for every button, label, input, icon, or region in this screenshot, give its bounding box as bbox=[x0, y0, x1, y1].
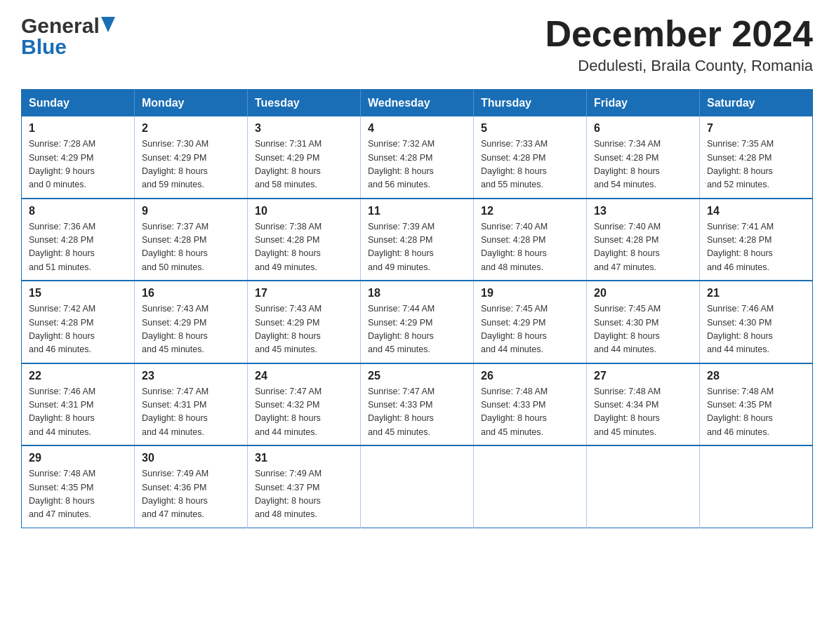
day-number: 7 bbox=[707, 122, 805, 135]
day-info: Sunrise: 7:46 AM Sunset: 4:31 PM Dayligh… bbox=[29, 385, 127, 440]
day-number: 6 bbox=[594, 122, 692, 135]
day-number: 10 bbox=[255, 205, 353, 217]
calendar-cell: 31 Sunrise: 7:49 AM Sunset: 4:37 PM Dayl… bbox=[248, 445, 361, 528]
calendar-cell: 20 Sunrise: 7:45 AM Sunset: 4:30 PM Dayl… bbox=[587, 281, 700, 363]
calendar-cell: 27 Sunrise: 7:48 AM Sunset: 4:34 PM Dayl… bbox=[587, 363, 700, 446]
calendar-cell: 22 Sunrise: 7:46 AM Sunset: 4:31 PM Dayl… bbox=[22, 363, 135, 446]
day-info: Sunrise: 7:32 AM Sunset: 4:28 PM Dayligh… bbox=[368, 137, 466, 192]
logo: General Blue bbox=[21, 14, 115, 59]
calendar-cell bbox=[474, 445, 587, 528]
day-number: 11 bbox=[368, 205, 466, 217]
calendar-cell: 3 Sunrise: 7:31 AM Sunset: 4:29 PM Dayli… bbox=[248, 116, 361, 199]
calendar-cell: 9 Sunrise: 7:37 AM Sunset: 4:28 PM Dayli… bbox=[135, 199, 248, 281]
day-of-week-monday: Monday bbox=[135, 90, 248, 117]
day-number: 25 bbox=[368, 370, 466, 382]
day-number: 15 bbox=[29, 287, 127, 300]
calendar-cell: 11 Sunrise: 7:39 AM Sunset: 4:28 PM Dayl… bbox=[361, 199, 474, 281]
calendar-cell bbox=[587, 445, 700, 528]
day-number: 21 bbox=[707, 287, 805, 300]
day-number: 18 bbox=[368, 287, 466, 300]
day-number: 5 bbox=[481, 122, 579, 135]
day-number: 29 bbox=[29, 452, 127, 464]
day-info: Sunrise: 7:37 AM Sunset: 4:28 PM Dayligh… bbox=[142, 220, 240, 275]
day-of-week-sunday: Sunday bbox=[22, 90, 135, 117]
day-info: Sunrise: 7:48 AM Sunset: 4:33 PM Dayligh… bbox=[481, 385, 579, 440]
logo-general-text: General bbox=[21, 14, 100, 38]
page-header: General Blue December 2024 Dedulesti, Br… bbox=[21, 14, 813, 75]
day-number: 12 bbox=[481, 205, 579, 217]
calendar-cell: 18 Sunrise: 7:44 AM Sunset: 4:29 PM Dayl… bbox=[361, 281, 474, 363]
logo-blue-text: Blue bbox=[21, 35, 67, 59]
day-info: Sunrise: 7:47 AM Sunset: 4:33 PM Dayligh… bbox=[368, 385, 466, 440]
calendar-cell: 28 Sunrise: 7:48 AM Sunset: 4:35 PM Dayl… bbox=[700, 363, 813, 446]
day-number: 4 bbox=[368, 122, 466, 135]
day-info: Sunrise: 7:38 AM Sunset: 4:28 PM Dayligh… bbox=[255, 220, 353, 275]
day-info: Sunrise: 7:48 AM Sunset: 4:34 PM Dayligh… bbox=[594, 385, 692, 440]
day-info: Sunrise: 7:33 AM Sunset: 4:28 PM Dayligh… bbox=[481, 137, 579, 192]
day-number: 8 bbox=[29, 205, 127, 217]
day-number: 17 bbox=[255, 287, 353, 300]
day-number: 24 bbox=[255, 370, 353, 382]
day-of-week-saturday: Saturday bbox=[700, 90, 813, 117]
calendar-cell: 24 Sunrise: 7:47 AM Sunset: 4:32 PM Dayl… bbox=[248, 363, 361, 446]
day-info: Sunrise: 7:48 AM Sunset: 4:35 PM Dayligh… bbox=[707, 385, 805, 440]
day-info: Sunrise: 7:31 AM Sunset: 4:29 PM Dayligh… bbox=[255, 137, 353, 192]
calendar-cell: 29 Sunrise: 7:48 AM Sunset: 4:35 PM Dayl… bbox=[22, 445, 135, 528]
day-info: Sunrise: 7:47 AM Sunset: 4:32 PM Dayligh… bbox=[255, 385, 353, 440]
month-title: December 2024 bbox=[545, 14, 813, 54]
location-text: Dedulesti, Braila County, Romania bbox=[545, 57, 813, 75]
calendar-cell: 15 Sunrise: 7:42 AM Sunset: 4:28 PM Dayl… bbox=[22, 281, 135, 363]
calendar-cell: 23 Sunrise: 7:47 AM Sunset: 4:31 PM Dayl… bbox=[135, 363, 248, 446]
calendar-week-row: 15 Sunrise: 7:42 AM Sunset: 4:28 PM Dayl… bbox=[22, 281, 813, 363]
calendar-cell: 8 Sunrise: 7:36 AM Sunset: 4:28 PM Dayli… bbox=[22, 199, 135, 281]
day-of-week-thursday: Thursday bbox=[474, 90, 587, 117]
calendar-cell: 6 Sunrise: 7:34 AM Sunset: 4:28 PM Dayli… bbox=[587, 116, 700, 199]
day-number: 9 bbox=[142, 205, 240, 217]
calendar-cell: 26 Sunrise: 7:48 AM Sunset: 4:33 PM Dayl… bbox=[474, 363, 587, 446]
day-info: Sunrise: 7:48 AM Sunset: 4:35 PM Dayligh… bbox=[29, 467, 127, 522]
calendar-cell: 25 Sunrise: 7:47 AM Sunset: 4:33 PM Dayl… bbox=[361, 363, 474, 446]
day-number: 26 bbox=[481, 370, 579, 382]
day-info: Sunrise: 7:30 AM Sunset: 4:29 PM Dayligh… bbox=[142, 137, 240, 192]
day-info: Sunrise: 7:28 AM Sunset: 4:29 PM Dayligh… bbox=[29, 137, 127, 192]
calendar-cell: 2 Sunrise: 7:30 AM Sunset: 4:29 PM Dayli… bbox=[135, 116, 248, 199]
calendar-week-row: 29 Sunrise: 7:48 AM Sunset: 4:35 PM Dayl… bbox=[22, 445, 813, 528]
day-info: Sunrise: 7:34 AM Sunset: 4:28 PM Dayligh… bbox=[594, 137, 692, 192]
day-number: 30 bbox=[142, 452, 240, 464]
calendar-cell: 5 Sunrise: 7:33 AM Sunset: 4:28 PM Dayli… bbox=[474, 116, 587, 199]
calendar-cell: 14 Sunrise: 7:41 AM Sunset: 4:28 PM Dayl… bbox=[700, 199, 813, 281]
day-info: Sunrise: 7:36 AM Sunset: 4:28 PM Dayligh… bbox=[29, 220, 127, 275]
day-info: Sunrise: 7:40 AM Sunset: 4:28 PM Dayligh… bbox=[481, 220, 579, 275]
calendar-cell bbox=[361, 445, 474, 528]
day-info: Sunrise: 7:46 AM Sunset: 4:30 PM Dayligh… bbox=[707, 302, 805, 357]
day-of-week-wednesday: Wednesday bbox=[361, 90, 474, 117]
day-info: Sunrise: 7:42 AM Sunset: 4:28 PM Dayligh… bbox=[29, 302, 127, 357]
logo-arrow-icon bbox=[101, 17, 115, 32]
calendar-cell: 19 Sunrise: 7:45 AM Sunset: 4:29 PM Dayl… bbox=[474, 281, 587, 363]
day-number: 16 bbox=[142, 287, 240, 300]
calendar-cell: 21 Sunrise: 7:46 AM Sunset: 4:30 PM Dayl… bbox=[700, 281, 813, 363]
day-info: Sunrise: 7:43 AM Sunset: 4:29 PM Dayligh… bbox=[255, 302, 353, 357]
day-info: Sunrise: 7:35 AM Sunset: 4:28 PM Dayligh… bbox=[707, 137, 805, 192]
day-number: 31 bbox=[255, 452, 353, 464]
day-info: Sunrise: 7:40 AM Sunset: 4:28 PM Dayligh… bbox=[594, 220, 692, 275]
day-of-week-tuesday: Tuesday bbox=[248, 90, 361, 117]
day-number: 19 bbox=[481, 287, 579, 300]
day-info: Sunrise: 7:39 AM Sunset: 4:28 PM Dayligh… bbox=[368, 220, 466, 275]
calendar-cell: 30 Sunrise: 7:49 AM Sunset: 4:36 PM Dayl… bbox=[135, 445, 248, 528]
day-info: Sunrise: 7:45 AM Sunset: 4:30 PM Dayligh… bbox=[594, 302, 692, 357]
svg-marker-0 bbox=[101, 17, 115, 32]
calendar-week-row: 1 Sunrise: 7:28 AM Sunset: 4:29 PM Dayli… bbox=[22, 116, 813, 199]
day-number: 14 bbox=[707, 205, 805, 217]
day-info: Sunrise: 7:49 AM Sunset: 4:37 PM Dayligh… bbox=[255, 467, 353, 522]
calendar-week-row: 22 Sunrise: 7:46 AM Sunset: 4:31 PM Dayl… bbox=[22, 363, 813, 446]
day-info: Sunrise: 7:43 AM Sunset: 4:29 PM Dayligh… bbox=[142, 302, 240, 357]
calendar-table: SundayMondayTuesdayWednesdayThursdayFrid… bbox=[21, 89, 813, 528]
calendar-cell bbox=[700, 445, 813, 528]
day-info: Sunrise: 7:41 AM Sunset: 4:28 PM Dayligh… bbox=[707, 220, 805, 275]
day-of-week-friday: Friday bbox=[587, 90, 700, 117]
day-number: 13 bbox=[594, 205, 692, 217]
day-info: Sunrise: 7:49 AM Sunset: 4:36 PM Dayligh… bbox=[142, 467, 240, 522]
calendar-cell: 4 Sunrise: 7:32 AM Sunset: 4:28 PM Dayli… bbox=[361, 116, 474, 199]
calendar-week-row: 8 Sunrise: 7:36 AM Sunset: 4:28 PM Dayli… bbox=[22, 199, 813, 281]
